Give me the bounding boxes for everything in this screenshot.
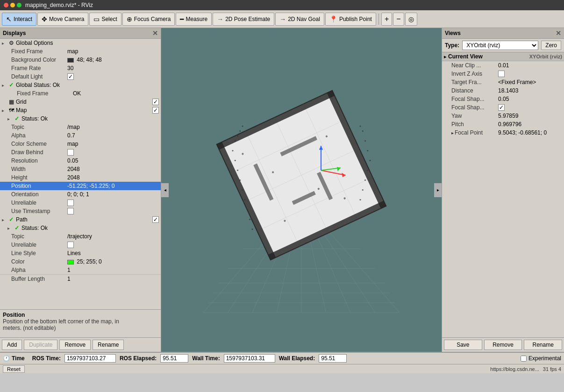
- minimize-dot[interactable]: [10, 3, 15, 7]
- focus-camera-button[interactable]: ⊕ Focus Camera: [122, 13, 175, 26]
- close-dot[interactable]: [4, 3, 8, 7]
- buffer-length-row[interactable]: Buffer Length 1: [0, 274, 161, 283]
- resolution-row[interactable]: Resolution 0.05: [0, 157, 161, 165]
- focal-shap1-row[interactable]: Focal Shap... 0.05: [442, 95, 564, 103]
- map-status-item[interactable]: ▸ ✓ Status: Ok: [0, 114, 161, 123]
- viewport-left-arrow[interactable]: ◂: [161, 183, 169, 197]
- use-timestamp-row[interactable]: Use Timestamp: [0, 207, 161, 215]
- focal-shap2-row[interactable]: Focal Shap... ✓: [442, 103, 564, 112]
- views-rename-button[interactable]: Rename: [524, 340, 562, 350]
- position-row[interactable]: Position -51.225; -51.225; 0: [0, 182, 161, 190]
- fixed-frame-ok-row[interactable]: Fixed Frame OK: [0, 89, 161, 98]
- map-width-label: Width: [11, 166, 67, 172]
- toolbar-minus-button[interactable]: −: [393, 13, 404, 26]
- wall-elapsed-input[interactable]: [319, 354, 347, 363]
- orientation-row[interactable]: Orientation 0; 0; 0; 1: [0, 190, 161, 199]
- titlebar: mapping_demo.rviz* - RViz: [0, 0, 564, 10]
- pose-estimate-button[interactable]: → 2D Pose Estimate: [213, 13, 274, 26]
- displays-panel-close[interactable]: ✕: [152, 29, 158, 37]
- path-alpha-row[interactable]: Alpha 1: [0, 266, 161, 274]
- default-light-checkbox[interactable]: ✓: [67, 73, 74, 80]
- target-frame-row[interactable]: Target Fra... <Fixed Frame>: [442, 78, 564, 86]
- global-status-arrow: ▸: [2, 83, 7, 88]
- experimental-checkbox[interactable]: [521, 356, 527, 362]
- maximize-dot[interactable]: [17, 3, 21, 7]
- remove-display-button[interactable]: Remove: [59, 340, 91, 350]
- pose-estimate-icon: →: [217, 15, 223, 23]
- views-panel-close[interactable]: ✕: [556, 29, 561, 37]
- views-zero-button[interactable]: Zero: [541, 41, 561, 50]
- grid-item[interactable]: ▦ Grid ✓: [0, 98, 161, 106]
- draw-behind-checkbox[interactable]: [67, 149, 74, 156]
- svg-point-54: [367, 150, 368, 151]
- use-timestamp-checkbox[interactable]: [67, 208, 74, 214]
- frame-rate-row[interactable]: Frame Rate 30: [0, 64, 161, 72]
- map-width-row[interactable]: Width 2048: [0, 165, 161, 173]
- invert-z-row[interactable]: Invert Z Axis: [442, 70, 564, 78]
- focal-point-row[interactable]: ▸ Focal Point 9.5043; -0.68561; 0: [442, 128, 564, 137]
- viewport[interactable]: ◂: [161, 28, 442, 352]
- map-checkbox[interactable]: ✓: [152, 107, 159, 114]
- add-display-button[interactable]: Add: [2, 340, 22, 350]
- ros-time-input[interactable]: [64, 354, 116, 363]
- current-view-header[interactable]: ▸ Current View XYOrbit (rviz): [442, 52, 564, 61]
- viewport-right-arrow[interactable]: ▸: [434, 183, 442, 197]
- path-unreliable-row[interactable]: Unreliable: [0, 241, 161, 249]
- line-style-row[interactable]: Line Style Lines: [0, 249, 161, 257]
- svg-point-46: [242, 189, 243, 191]
- buffer-length-label: Buffer Length: [11, 276, 67, 282]
- target-frame-value: <Fixed Frame>: [498, 79, 560, 86]
- bg-color-row[interactable]: Background Color 48; 48; 48: [0, 56, 161, 64]
- pitch-row[interactable]: Pitch 0.969796: [442, 120, 564, 128]
- unreliable-checkbox[interactable]: [67, 200, 74, 206]
- nav-goal-button[interactable]: → 2D Nav Goal: [275, 13, 324, 26]
- path-item[interactable]: ▸ ✓ Path ✓: [0, 215, 161, 224]
- map-alpha-row[interactable]: Alpha 0.7: [0, 131, 161, 140]
- default-light-row[interactable]: Default Light ✓: [0, 72, 161, 81]
- views-save-button[interactable]: Save: [444, 340, 482, 350]
- rename-display-button[interactable]: Rename: [93, 340, 124, 350]
- global-status-item[interactable]: ▸ ✓ Global Status: Ok: [0, 81, 161, 89]
- path-unreliable-value: [67, 242, 159, 248]
- map-item[interactable]: ▸ 🗺 Map ✓: [0, 106, 161, 114]
- interact-button[interactable]: ↖ Interact: [2, 13, 36, 26]
- fixed-frame-label: Fixed Frame: [11, 48, 67, 55]
- near-clip-row[interactable]: Near Clip ... 0.01: [442, 61, 564, 70]
- experimental-label: Experimental: [528, 355, 561, 362]
- map-topic-row[interactable]: Topic /map: [0, 123, 161, 131]
- color-scheme-row[interactable]: Color Scheme map: [0, 140, 161, 148]
- path-status-item[interactable]: ▸ ✓ Status: Ok: [0, 224, 161, 232]
- path-topic-row[interactable]: Topic /trajectory: [0, 232, 161, 241]
- displays-panel: Displays ✕ ▸ ⚙ Global Options Fixed Fram…: [0, 28, 161, 352]
- window-controls[interactable]: [4, 3, 21, 7]
- ros-elapsed-label: ROS Elapsed:: [120, 355, 157, 362]
- unreliable-row[interactable]: Unreliable: [0, 199, 161, 207]
- path-color-row[interactable]: Color 25; 255; 0: [0, 257, 161, 266]
- fixed-frame-ok-value: OK: [73, 90, 159, 97]
- measure-button[interactable]: ━ Measure: [176, 13, 212, 26]
- views-remove-button[interactable]: Remove: [484, 340, 522, 350]
- distance-row[interactable]: Distance 18.1403: [442, 86, 564, 95]
- path-color-value: 25; 255; 0: [67, 258, 159, 265]
- yaw-row[interactable]: Yaw 5.97859: [442, 112, 564, 120]
- move-camera-button[interactable]: ✥ Move Camera: [37, 13, 88, 26]
- duplicate-display-button[interactable]: Duplicate: [24, 340, 57, 350]
- path-checkbox[interactable]: ✓: [152, 216, 159, 223]
- views-type-select[interactable]: XYOrbit (rviz): [462, 41, 538, 50]
- wall-time-input[interactable]: [224, 354, 275, 363]
- map-height-row[interactable]: Height 2048: [0, 173, 161, 182]
- toolbar-plus-button[interactable]: +: [381, 13, 392, 26]
- publish-point-button[interactable]: 📍 Publish Point: [325, 13, 376, 26]
- reset-button[interactable]: Reset: [3, 365, 25, 373]
- invert-z-checkbox[interactable]: [498, 71, 505, 77]
- select-button[interactable]: ▭ Select: [89, 13, 121, 26]
- fixed-frame-row[interactable]: Fixed Frame map: [0, 47, 161, 56]
- global-options-item[interactable]: ▸ ⚙ Global Options: [0, 39, 161, 47]
- toolbar-target-button[interactable]: ◎: [405, 13, 417, 26]
- svg-point-40: [237, 135, 238, 136]
- grid-checkbox[interactable]: ✓: [152, 99, 159, 105]
- ros-elapsed-input[interactable]: [160, 354, 188, 363]
- path-unreliable-checkbox[interactable]: [67, 242, 74, 248]
- draw-behind-row[interactable]: Draw Behind: [0, 148, 161, 157]
- focal-shap2-checkbox[interactable]: ✓: [498, 104, 505, 111]
